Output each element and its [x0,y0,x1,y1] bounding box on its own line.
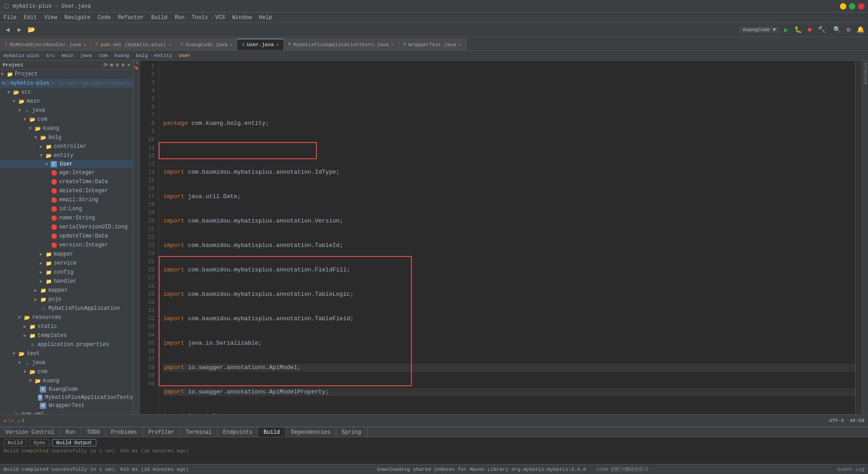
tree-item-src[interactable]: ▼ 📂 src [0,88,133,97]
tab-MyMetaObjectHandler[interactable]: J MyMetaObjectHandler.java ✕ [0,38,91,50]
build-sync-tab[interactable]: Build [4,439,27,446]
tab-WrapperTest[interactable]: W WrapperTest.java ✕ [399,38,466,50]
close-tab-MybatisPlusApplicationTests[interactable]: ✕ [391,42,394,47]
tab-pom[interactable]: X pom.xml (mybatis-plus) ✕ [91,38,176,50]
event-log-button[interactable]: Event Log [838,467,864,472]
tree-item-createTime[interactable]: 🔴 createTime:Date [0,177,133,186]
tree-item-mybatis-plus[interactable]: ▼ ⬡ mybatis-plus D:/project/springboot/m… [0,79,133,88]
tab-todo[interactable]: TODO [81,427,106,437]
close-tab-User[interactable]: ✕ [276,42,279,47]
stop-button[interactable]: ■ [805,25,815,35]
recent-files-button[interactable]: 📂 [26,25,36,35]
tree-item-KuangCode-test[interactable]: K KuangCode [0,385,133,393]
tree-item-WrapperTest-test[interactable]: W WrapperTest [0,402,133,410]
menu-item-vcs[interactable]: VCS [212,14,229,22]
code-text[interactable]: package com.kuang.bolg.entity; import co… [159,61,855,414]
menu-item-edit[interactable]: Edit [20,14,41,22]
breadcrumb-bolg[interactable]: bolg [136,53,147,58]
menu-item-build[interactable]: Build [147,14,171,22]
bookmarks-icon[interactable]: 🔖 [134,66,139,71]
run-config-selector[interactable]: KuangCode ▼ [739,27,779,33]
menu-item-code[interactable]: Code [94,14,114,22]
settings-button[interactable]: ⚙ [844,25,854,35]
tree-item-mapper[interactable]: ▶ 📁 mapper [0,250,133,259]
menu-item-window[interactable]: Window [229,14,255,22]
tree-item-handler[interactable]: ▶ 📁 handler [0,277,133,286]
tree-item-kuang-test[interactable]: ▼ 📂 kuang [0,376,133,385]
back-button[interactable]: ◀ [3,25,13,35]
tree-item-service[interactable]: ▶ 📁 service [0,259,133,268]
debug-button[interactable]: 🐛 [793,25,803,35]
tree-item-project[interactable]: ▼ 📁 Project [0,70,133,79]
breadcrumb-user[interactable]: User [179,53,191,58]
tab-endpoints[interactable]: Endpoints [217,427,258,437]
tab-version-control[interactable]: Version Control [0,427,60,437]
line-col-status[interactable]: 40:58 [849,418,864,423]
tree-item-test[interactable]: ▼ 📂 test [0,349,133,358]
close-tab-WrapperTest[interactable]: ✕ [458,42,461,47]
breadcrumb-java[interactable]: java [80,53,92,58]
tree-item-com-test[interactable]: ▼ 📂 com [0,367,133,376]
sidebar-toolbar-close[interactable]: ✕ [127,62,130,68]
menu-item-navigate[interactable]: Navigate [61,14,94,22]
tree-item-version[interactable]: 🔴 version:Integer [0,241,133,250]
tab-MybatisPlusApplicationTests[interactable]: M MybatisPlusApplicationTests.java ✕ [284,38,399,50]
editor-area[interactable]: 12345 678910 1112131415 1617181920 21222… [140,61,855,414]
sidebar-toolbar-sync[interactable]: ⟳ [104,62,108,68]
tree-item-pojo[interactable]: ▶ 📁 pojo [0,295,133,304]
tree-item-com[interactable]: ▼ 📂 com [0,115,133,124]
tab-problems[interactable]: Problems [105,427,143,437]
build-output-tab[interactable]: Build Output [52,439,96,446]
breadcrumb-com[interactable]: com [99,53,108,58]
breadcrumb-entity[interactable]: entity [154,53,172,58]
tree-item-email[interactable]: 🔴 email:String [0,195,133,204]
sidebar-toolbar-collapse[interactable]: ⊟ [116,62,119,68]
tree-item-controller[interactable]: ▶ 📁 controller [0,142,133,151]
menu-item-tools[interactable]: Tools [188,14,212,22]
search-button[interactable]: 🔍 [832,25,842,35]
tab-build[interactable]: Build [258,427,286,437]
maximize-button[interactable] [849,3,855,9]
tab-User[interactable]: U User.java ✕ [237,38,283,50]
close-tab-MyMetaObjectHandler[interactable]: ✕ [83,42,86,47]
tab-terminal[interactable]: Terminal [180,427,218,437]
tree-item-bolg[interactable]: ▼ 📂 bolg [0,133,133,142]
breadcrumb-kuang[interactable]: kuang [114,53,129,58]
error-count[interactable]: ⊗ 11 ⚠ 2 [4,418,24,424]
close-tab-KuangCode[interactable]: ✕ [230,42,232,47]
notifications-button[interactable]: 🔔 [855,25,865,35]
tab-profiler[interactable]: Profiler [143,427,180,437]
build-sync-tab2[interactable]: Sync [29,439,49,446]
tree-item-templates[interactable]: ▶ 📁 templates [0,331,133,340]
menu-item-refactor[interactable]: Refactor [114,14,148,22]
tree-item-static[interactable]: ▶ 📁 static [0,322,133,331]
tree-item-application-properties[interactable]: ⚙ application.properties [0,340,133,349]
menu-item-run[interactable]: Run [171,14,188,22]
tab-spring[interactable]: Spring [336,427,367,437]
tab-run[interactable]: Run [60,427,81,437]
tree-item-MybatisPlusApplicationTests-test[interactable]: M MybatisPlusApplicationTests [0,393,133,402]
menu-item-help[interactable]: Help [255,14,276,22]
tree-item-name[interactable]: 🔴 name:String [0,213,133,223]
forward-button[interactable]: ▶ [14,25,24,35]
tree-item-java-test[interactable]: ▼ ☕ java [0,358,133,367]
sidebar-toolbar-gear[interactable]: ⚙ [122,62,125,68]
tree-item-config[interactable]: ▶ 📁 config [0,268,133,277]
tree-item-java[interactable]: ▼ ☕ java [0,106,133,115]
build-button[interactable]: 🔨 [816,25,826,35]
tab-dependencies[interactable]: Dependencies [286,427,336,437]
tree-item-mapper2[interactable]: ▶ 📁 mapper [0,286,133,295]
tree-item-serialVersionUID[interactable]: 🔴 serialVersionUID:long [0,223,133,232]
menu-item-file[interactable]: File [0,14,20,22]
structure-icon[interactable]: ≡ [134,62,139,64]
tree-item-entity[interactable]: ▼ 📂 entity [0,151,133,160]
tab-KuangCode[interactable]: K KuangCode.java ✕ [176,38,237,50]
tree-item-age[interactable]: 🔴 age:Integer [0,168,133,177]
close-button[interactable] [858,3,864,9]
menu-item-view[interactable]: View [41,14,61,22]
tree-item-pom-xml[interactable]: X pom.xml [0,410,133,414]
breadcrumb-main[interactable]: main [61,53,73,58]
tree-item-kuang[interactable]: ▼ 📂 kuang [0,124,133,133]
breadcrumb-src[interactable]: src [46,53,55,58]
structure-side-label[interactable]: Structure [863,62,868,85]
